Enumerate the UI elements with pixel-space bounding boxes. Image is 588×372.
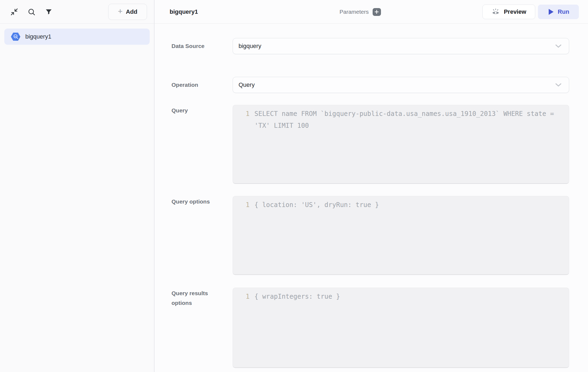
- search-icon[interactable]: [27, 7, 36, 16]
- operation-value: Query: [239, 81, 255, 88]
- preview-button-label: Preview: [504, 8, 526, 15]
- field-label: Query: [172, 105, 217, 115]
- query-code-editor[interactable]: 1 SELECT name FROM `bigquery-public-data…: [233, 105, 569, 184]
- field-query-results-options: Query results options 1 { wrapIntegers: …: [172, 288, 588, 368]
- query-list: bigquery1: [0, 24, 154, 50]
- query-options-code-editor[interactable]: 1 { location: 'US', dryRun: true }: [233, 196, 569, 275]
- field-label: Query results options: [172, 288, 217, 308]
- data-source-value: bigquery: [239, 43, 261, 50]
- sidebar-toolbar: + Add: [0, 0, 154, 24]
- run-button-label: Run: [558, 8, 569, 15]
- plus-icon: +: [118, 7, 123, 15]
- line-number: 1: [237, 108, 250, 132]
- sidebar-item-bigquery1[interactable]: bigquery1: [4, 29, 150, 45]
- query-results-options-placeholder: { wrapIntegers: true }: [254, 291, 564, 302]
- field-data-source: Data Source bigquery: [172, 38, 588, 54]
- main-header: bigquery1 Parameters: [155, 0, 588, 24]
- field-label: Operation: [172, 82, 217, 88]
- operation-select[interactable]: Query: [233, 77, 569, 93]
- page-title: bigquery1: [170, 8, 198, 15]
- line-number: 1: [237, 291, 250, 302]
- query-results-options-code-editor[interactable]: 1 { wrapIntegers: true }: [233, 288, 569, 368]
- bigquery-icon: [11, 32, 20, 41]
- code-line: 1 { location: 'US', dryRun: true }: [237, 199, 564, 211]
- collapse-sidebar-icon[interactable]: [10, 7, 19, 16]
- sidebar: + Add bigquery1: [0, 0, 155, 372]
- line-number: 1: [237, 199, 250, 211]
- play-icon: [548, 8, 554, 15]
- add-button-label: Add: [126, 8, 137, 15]
- add-button[interactable]: + Add: [108, 4, 147, 20]
- parameters-label: Parameters: [340, 9, 369, 15]
- field-label: Query options: [172, 196, 217, 206]
- field-operation: Operation Query: [172, 77, 588, 93]
- chevron-down-icon: [554, 43, 562, 49]
- main-panel: bigquery1 Parameters: [155, 0, 588, 372]
- chevron-down-icon: [554, 82, 562, 88]
- query-placeholder: SELECT name FROM `bigquery-public-data.u…: [254, 108, 564, 132]
- field-query: Query 1 SELECT name FROM `bigquery-publi…: [172, 105, 588, 184]
- filter-icon[interactable]: [44, 7, 53, 16]
- app-window: + Add bigquery1 bigque: [0, 0, 588, 372]
- parameters-group: Parameters: [340, 0, 381, 24]
- query-form: Data Source bigquery Operation Query: [155, 24, 588, 368]
- query-options-placeholder: { location: 'US', dryRun: true }: [254, 199, 564, 211]
- data-source-select[interactable]: bigquery: [233, 38, 569, 54]
- eye-icon: [491, 8, 500, 16]
- code-line: 1 SELECT name FROM `bigquery-public-data…: [237, 108, 564, 132]
- field-query-options: Query options 1 { location: 'US', dryRun…: [172, 196, 588, 275]
- run-button[interactable]: Run: [538, 5, 579, 19]
- add-parameter-button[interactable]: [373, 8, 381, 16]
- code-line: 1 { wrapIntegers: true }: [237, 291, 564, 302]
- field-label: Data Source: [172, 43, 217, 49]
- preview-button[interactable]: Preview: [482, 5, 535, 19]
- sidebar-item-label: bigquery1: [25, 33, 51, 40]
- header-actions: Preview Run: [482, 5, 579, 19]
